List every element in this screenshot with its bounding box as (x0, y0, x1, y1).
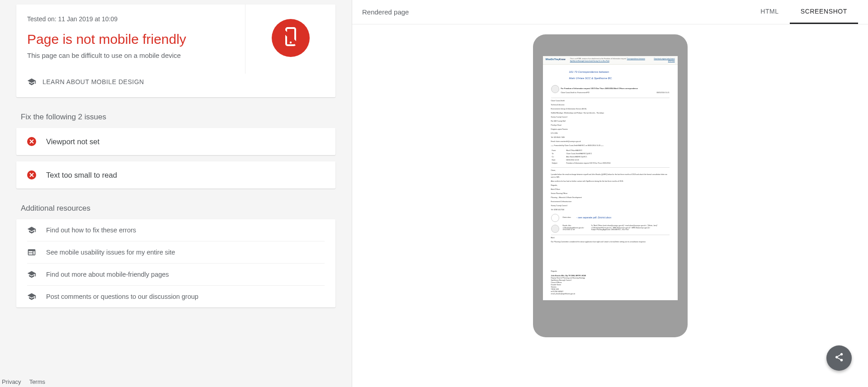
fix-issues-header: Fix the following 2 issues (21, 113, 331, 122)
school-icon (27, 77, 36, 86)
result-card: Tested on: 11 Jan 2019 at 10:09 Page is … (16, 5, 335, 97)
resource-label: See mobile usability issues for my entir… (46, 249, 175, 256)
phone-frame: WhatDoTheyKnow This is an HTML version o… (533, 34, 688, 337)
terms-link[interactable]: Terms (29, 378, 45, 385)
resource-label: Find out how to fix these errors (46, 227, 136, 234)
svg-point-2 (289, 42, 291, 43)
preview-area: WhatDoTheyKnow This is an HTML version o… (352, 24, 868, 387)
school-icon (27, 292, 36, 301)
phone-screen: WhatDoTheyKnow This is an HTML version o… (543, 56, 678, 300)
resource-mobile-friendly-pages[interactable]: Find out more about mobile-friendly page… (27, 264, 325, 286)
rendered-header: Rendered page HTML SCREENSHOT (352, 0, 868, 24)
resource-label: Post comments or questions to our discus… (46, 293, 198, 300)
error-icon (27, 137, 36, 146)
issue-title: Text too small to read (46, 171, 117, 179)
issue-viewport-not-set[interactable]: Viewport not set (16, 128, 335, 155)
school-icon (27, 226, 36, 235)
additional-resources-card: Find out how to fix these errors See mob… (16, 219, 335, 307)
resource-fix-errors[interactable]: Find out how to fix these errors (27, 219, 325, 241)
privacy-link[interactable]: Privacy (2, 378, 21, 385)
tab-html[interactable]: HTML (750, 0, 790, 24)
resource-label: Find out more about mobile-friendly page… (46, 271, 169, 278)
rendered-page-title: Rendered page (362, 8, 409, 16)
school-icon (27, 270, 36, 279)
result-title: Page is not mobile friendly (27, 32, 245, 47)
not-mobile-friendly-icon (272, 19, 310, 59)
resource-discussion-group[interactable]: Post comments or questions to our discus… (27, 286, 325, 307)
web-icon (27, 248, 36, 257)
result-subtitle: This page can be difficult to use on a m… (27, 52, 245, 59)
additional-resources-header: Additional resources (21, 204, 331, 213)
learn-mobile-design-label: LEARN ABOUT MOBILE DESIGN (42, 78, 144, 85)
resource-mobile-usability[interactable]: See mobile usability issues for my entir… (27, 241, 325, 264)
footer-links: Privacy Terms (2, 378, 45, 385)
error-icon (27, 170, 36, 179)
share-button[interactable] (826, 345, 852, 371)
tab-screenshot[interactable]: SCREENSHOT (790, 0, 858, 24)
issue-title: Viewport not set (46, 137, 99, 146)
learn-mobile-design-link[interactable]: LEARN ABOUT MOBILE DESIGN (27, 74, 325, 86)
tested-on-text: Tested on: 11 Jan 2019 at 10:09 (27, 15, 245, 23)
share-icon (834, 352, 844, 364)
issue-text-too-small[interactable]: Text too small to read (16, 161, 335, 189)
